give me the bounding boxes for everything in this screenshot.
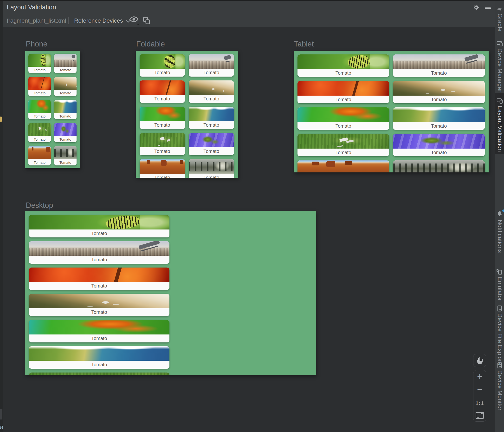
purple-river-image — [54, 123, 77, 136]
plant-card-label: Tomato — [28, 113, 51, 119]
plant-card: Tomato — [189, 159, 234, 178]
eye-icon[interactable] — [129, 16, 140, 26]
gutter-mark — [0, 117, 2, 122]
plant-card: Tomato — [140, 80, 185, 103]
plant-card: Tomato — [54, 100, 77, 119]
coastal-aerial-image — [54, 100, 77, 113]
red-maple-leaves-image — [297, 81, 389, 96]
plant-card: Tomato — [393, 55, 485, 77]
tool-window-stripe: GradleDevice ManagerLayout ValidationNot… — [495, 0, 504, 432]
plant-card-label: Tomato — [140, 121, 185, 129]
plant-card: Tomato — [140, 107, 185, 129]
city-telescope-image — [54, 54, 77, 67]
plant-card: Tomato — [54, 54, 77, 73]
desert-buttes-image — [140, 159, 185, 174]
plant-card-label: Tomato — [393, 69, 485, 77]
plant-card: Tomato — [297, 107, 389, 130]
farm-aerial-image — [297, 134, 389, 148]
plant-card-label: Tomato — [54, 90, 77, 96]
dropdown-arrow — [137, 24, 140, 25]
section-label-tablet: Tablet — [294, 40, 314, 48]
device-monitor-icon — [496, 362, 503, 368]
emulator-icon — [496, 269, 503, 275]
plant-card: Tomato — [28, 77, 51, 96]
plant-card: Tomato — [140, 54, 185, 77]
plant-card: Tomato — [297, 134, 389, 156]
sidebar-tab-label: Layout Validation — [496, 106, 503, 152]
purple-river-image — [189, 133, 234, 147]
farm-aerial-image — [29, 373, 170, 375]
section-label-foldable: Foldable — [136, 40, 165, 48]
preview-desktop[interactable]: TomatoTomatoTomatoTomatoTomatoTomatoToma… — [25, 211, 316, 375]
zoom-controls-group: + − 1:1 — [473, 370, 486, 422]
gradle-elephant-icon — [496, 6, 503, 12]
plant-card-label: Tomato — [140, 95, 185, 103]
notification-badge — [502, 210, 504, 212]
plant-card: Tomato — [189, 107, 234, 129]
plant-card-label: Tomato — [28, 136, 51, 142]
device-set-label: Reference Devices — [74, 17, 123, 24]
editor-edge-strip — [0, 0, 3, 432]
device-set-dropdown[interactable]: Reference Devices — [74, 17, 131, 24]
plant-card: Tomato — [54, 146, 77, 165]
plant-card: Tomato — [393, 107, 485, 130]
orange-maple-green-image — [29, 320, 170, 334]
plant-card: Tomato — [28, 100, 51, 119]
plant-card-label: Tomato — [189, 174, 234, 178]
plant-card-label: Tomato — [29, 308, 170, 316]
fit-screen-icon[interactable] — [473, 409, 486, 421]
plant-card-label: Tomato — [140, 147, 185, 155]
branch-water-drops-image — [189, 80, 234, 95]
plant-card-label: Tomato — [28, 67, 51, 73]
zoom-out-button[interactable]: − — [473, 383, 486, 397]
plant-card-label: Tomato — [393, 122, 485, 130]
titlebar: Layout Validation — [3, 1, 495, 14]
actual-size-button[interactable]: 1:1 — [473, 397, 486, 409]
sidebar-tab-label: Notifications — [496, 220, 503, 253]
plant-card: Tomato — [393, 81, 485, 103]
zoom-in-button[interactable]: + — [473, 370, 486, 383]
minimize-icon[interactable] — [485, 4, 494, 11]
duplicate-layers-icon[interactable] — [143, 17, 151, 25]
device-manager-icon — [496, 40, 503, 47]
plant-card: Tomato — [54, 123, 77, 142]
city-telescope-image — [189, 54, 234, 69]
plant-card: Tomato — [29, 346, 170, 369]
coastal-aerial-image — [29, 346, 170, 361]
plant-card: Tomato — [29, 373, 170, 375]
plant-card: Tomato — [297, 160, 389, 172]
plant-card: Tomato — [393, 160, 485, 172]
plant-card: Tomato — [140, 133, 185, 155]
farm-aerial-image — [140, 133, 185, 147]
pan-hand-icon[interactable] — [473, 354, 486, 367]
red-maple-leaves-image — [28, 77, 51, 90]
plant-card-label: Tomato — [54, 136, 77, 142]
preview-phone[interactable]: TomatoTomatoTomatoTomatoTomatoTomatoToma… — [25, 51, 80, 168]
plant-card: Tomato — [297, 55, 389, 77]
plant-card: Tomato — [189, 54, 234, 77]
plant-card: Tomato — [297, 81, 389, 103]
bell-icon — [496, 211, 503, 217]
plant-card: Tomato — [29, 294, 170, 316]
plant-card-label: Tomato — [297, 122, 389, 130]
plant-card-label: Tomato — [29, 361, 170, 369]
branch-water-drops-image — [393, 81, 485, 96]
preview-foldable[interactable]: TomatoTomatoTomatoTomatoTomatoTomatoToma… — [136, 51, 238, 178]
window-top-edge — [0, 0, 504, 1]
purple-river-image — [393, 134, 485, 148]
plant-card: Tomato — [29, 215, 170, 238]
preview-tablet[interactable]: TomatoTomatoTomatoTomatoTomatoTomatoToma… — [294, 51, 489, 172]
coastal-aerial-image — [393, 107, 485, 122]
gear-icon[interactable] — [472, 3, 480, 11]
plant-card-label: Tomato — [29, 256, 170, 264]
plant-card-label: Tomato — [393, 96, 485, 103]
toolbar-separator — [68, 17, 69, 24]
plant-card: Tomato — [28, 123, 51, 142]
plant-card-label: Tomato — [54, 113, 77, 119]
city-telescope-image — [393, 55, 485, 69]
plant-card-label: Tomato — [189, 95, 234, 103]
desert-buttes-image — [297, 160, 389, 172]
plant-card-label: Tomato — [297, 96, 389, 103]
plant-card-label: Tomato — [189, 69, 234, 77]
plant-card: Tomato — [29, 267, 170, 290]
